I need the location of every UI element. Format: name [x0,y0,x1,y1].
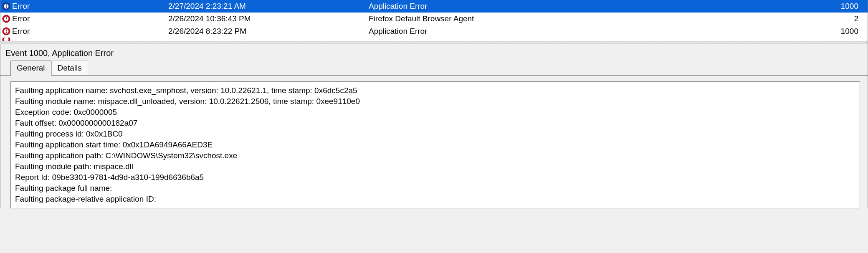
event-id: 1000 [611,2,866,11]
event-id: 1000 [611,27,866,36]
event-row[interactable]: Error 2/26/2024 10:36:43 PM Firefox Defa… [0,13,868,25]
event-row[interactable]: Error 2/26/2024 8:23:22 PM Application E… [0,25,868,38]
svg-rect-3 [6,7,7,8]
event-detail-header: Event 1000, Application Error [0,44,868,61]
svg-rect-6 [6,17,7,19]
tab-details[interactable]: Details [51,61,88,76]
error-icon [2,27,10,35]
event-date: 2/26/2024 8:23:22 PM [168,27,369,36]
svg-rect-10 [6,30,7,32]
svg-rect-7 [6,20,7,20]
event-source: Firefox Default Browser Agent [369,14,611,23]
event-source: Application Error [369,27,611,36]
event-row[interactable]: Error 2/27/2024 2:23:21 AM Application E… [0,0,868,13]
tab-general[interactable]: General [10,61,51,76]
event-detail-pane: Event 1000, Application Error General De… [0,44,868,208]
error-icon [2,38,10,41]
pane-splitter[interactable] [0,41,868,44]
error-icon [2,2,10,10]
event-source: Application Error [369,2,611,11]
event-text: Faulting application name: svchost.exe_s… [11,82,860,208]
event-date: 2/27/2024 2:23:21 AM [168,2,369,11]
svg-point-13 [4,38,9,41]
event-level: Error [12,2,30,11]
event-date: 2/26/2024 10:36:43 PM [168,14,369,23]
error-icon [2,15,10,23]
event-row[interactable] [0,38,868,41]
event-text-box[interactable]: Faulting application name: svchost.exe_s… [10,81,860,208]
svg-rect-2 [6,5,7,7]
svg-rect-11 [6,32,7,33]
tab-strip: General Details [0,61,868,76]
event-level: Error [12,14,30,23]
event-id: 2 [611,14,866,23]
event-level: Error [12,27,30,36]
event-list[interactable]: Error 2/27/2024 2:23:21 AM Application E… [0,0,868,41]
